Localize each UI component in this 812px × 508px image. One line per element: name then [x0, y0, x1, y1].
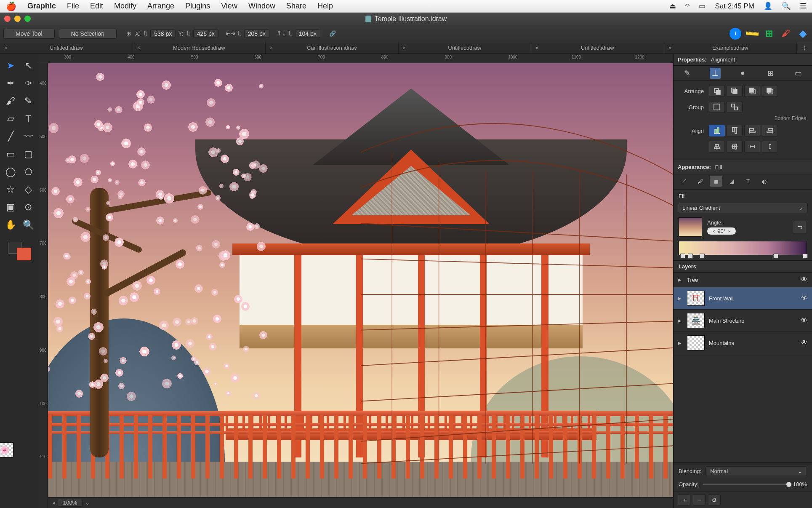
height-field[interactable]: 104 px: [295, 29, 320, 38]
pen-add-tool[interactable]: ✒︎: [2, 75, 19, 92]
edit-tab-icon[interactable]: ✎: [682, 68, 693, 79]
selection-tool[interactable]: ➤: [2, 57, 19, 74]
wifi-icon[interactable]: ⌔: [685, 2, 690, 11]
ellipse-tool[interactable]: ◯: [2, 163, 19, 180]
brush-tab-icon[interactable]: 🖌: [694, 176, 706, 187]
styles-button[interactable]: 🖌: [780, 28, 792, 40]
spotlight-icon[interactable]: 🔍: [782, 2, 791, 11]
x-field[interactable]: 538 px: [150, 29, 176, 38]
align-vcenter-button[interactable]: [709, 141, 725, 152]
direct-select-tool[interactable]: ↖: [20, 57, 37, 74]
apple-menu-icon[interactable]: 🍎: [6, 1, 16, 11]
user-icon[interactable]: 👤: [764, 2, 772, 11]
line-tool[interactable]: ╱: [2, 128, 19, 145]
fill-swatch[interactable]: [17, 248, 31, 260]
visibility-icon[interactable]: 👁: [801, 339, 808, 347]
layer-row-mountains[interactable]: ▶ Mountains 👁: [674, 332, 812, 354]
tabs-scroll-right[interactable]: ⟩: [797, 42, 812, 53]
shadow-tab-icon[interactable]: ◢: [726, 176, 738, 187]
text-tool[interactable]: T: [20, 110, 37, 127]
curve-tool[interactable]: 〰: [20, 128, 37, 145]
width-field[interactable]: 208 px: [244, 29, 269, 38]
app-name[interactable]: Graphic: [27, 2, 56, 11]
gradient-stop[interactable]: [688, 254, 693, 259]
vertical-ruler[interactable]: 400 500 600 700 800 900 1000 1100: [39, 63, 48, 508]
eyedropper-tool[interactable]: ⊙: [20, 199, 37, 216]
rectangle-tool[interactable]: ▭: [2, 146, 19, 163]
remove-layer-button[interactable]: －: [693, 495, 706, 505]
align-tab-icon[interactable]: ⊥: [710, 68, 721, 79]
zoom-field[interactable]: 100%: [58, 499, 83, 507]
add-layer-button[interactable]: ＋: [678, 495, 690, 505]
menu-modify[interactable]: Modify: [114, 2, 136, 11]
window-minimize-button[interactable]: [14, 16, 21, 22]
visibility-icon[interactable]: 👁: [801, 294, 808, 302]
align-left-button[interactable]: [744, 125, 760, 136]
layer-row-tree[interactable]: ▶ Tree 👁: [674, 273, 812, 287]
menu-plugins[interactable]: Plugins: [185, 2, 210, 11]
blending-dropdown[interactable]: Normal ⌄: [706, 466, 807, 476]
align-bottom-button[interactable]: [709, 125, 725, 136]
menu-window[interactable]: Window: [248, 2, 275, 11]
window-close-button[interactable]: [4, 16, 11, 22]
menu-view[interactable]: View: [221, 2, 237, 11]
text-style-icon[interactable]: T: [742, 176, 754, 187]
visibility-icon[interactable]: 👁: [801, 276, 808, 283]
bring-to-front-button[interactable]: [709, 85, 725, 97]
gradient-stop[interactable]: [773, 254, 778, 259]
gradient-preview[interactable]: [679, 217, 702, 237]
close-icon[interactable]: ×: [535, 45, 539, 51]
expand-icon[interactable]: ▶: [678, 318, 683, 324]
align-top-button[interactable]: [727, 125, 743, 136]
stroke-tab-icon[interactable]: ／: [678, 176, 690, 187]
canvas[interactable]: [48, 63, 673, 508]
selection-status[interactable]: No Selection: [59, 29, 117, 39]
gradient-editor[interactable]: [679, 241, 807, 255]
star-tool[interactable]: ☆: [2, 181, 19, 198]
distribute-h-button[interactable]: [744, 141, 760, 152]
close-icon[interactable]: ×: [137, 45, 141, 51]
tab-car[interactable]: ×Car Illustration.idraw: [266, 42, 399, 53]
expand-icon[interactable]: ▶: [678, 340, 683, 346]
current-tool-label[interactable]: Move Tool: [3, 29, 55, 39]
tab-example[interactable]: ×Example.idraw: [664, 42, 797, 53]
angle-field[interactable]: ‹ 90° ›: [707, 227, 736, 235]
tab-untitled-1[interactable]: ×Untitled.idraw: [0, 42, 133, 53]
gradient-stop[interactable]: [680, 254, 685, 259]
zoom-tool[interactable]: 🔍: [20, 217, 37, 233]
tab-untitled-2[interactable]: ×Untitled.idraw: [399, 42, 532, 53]
tab-modernhouse[interactable]: ×ModernHouse6.idraw: [133, 42, 266, 53]
grid-tab-icon[interactable]: ⊞: [765, 68, 776, 79]
ruler-button[interactable]: 📏: [744, 25, 760, 42]
menu-share[interactable]: Share: [286, 2, 306, 11]
lock-aspect-icon[interactable]: 🔗: [329, 30, 336, 37]
ungroup-button[interactable]: [727, 101, 743, 113]
close-icon[interactable]: ×: [403, 45, 406, 51]
layers-button[interactable]: ◆: [797, 28, 809, 40]
crop-tool[interactable]: ▣: [2, 199, 19, 216]
menu-edit[interactable]: Edit: [90, 2, 103, 11]
window-zoom-button[interactable]: [24, 16, 31, 22]
tab-untitled-3[interactable]: ×Untitled.idraw: [531, 42, 664, 53]
group-button[interactable]: [709, 101, 725, 113]
close-icon[interactable]: ×: [668, 45, 672, 51]
menu-help[interactable]: Help: [317, 2, 333, 11]
close-icon[interactable]: ×: [4, 45, 8, 51]
fx-tab-icon[interactable]: ◐: [758, 176, 770, 187]
brush-tool[interactable]: 🖌: [2, 93, 19, 110]
y-field[interactable]: 426 px: [193, 29, 218, 38]
gradient-stop[interactable]: [803, 254, 808, 259]
reverse-gradient-button[interactable]: ⇆: [793, 221, 807, 233]
pencil-tool[interactable]: ✎: [20, 93, 37, 110]
visibility-icon[interactable]: 👁: [801, 317, 808, 324]
polygon-tool[interactable]: ⬠: [20, 163, 37, 180]
pen-tool[interactable]: ✑: [20, 75, 37, 92]
menubar-clock[interactable]: Sat 2:45 PM: [715, 2, 754, 11]
gem-tool[interactable]: ◇: [20, 181, 37, 198]
align-hcenter-button[interactable]: [727, 141, 743, 152]
send-backward-button[interactable]: [744, 85, 760, 97]
bring-forward-button[interactable]: [727, 85, 743, 97]
expand-icon[interactable]: ▶: [678, 277, 683, 283]
color-swatch[interactable]: [8, 242, 31, 260]
horizontal-ruler[interactable]: 300 400 500 600 700 800 900 1000 1100 12…: [39, 54, 673, 63]
